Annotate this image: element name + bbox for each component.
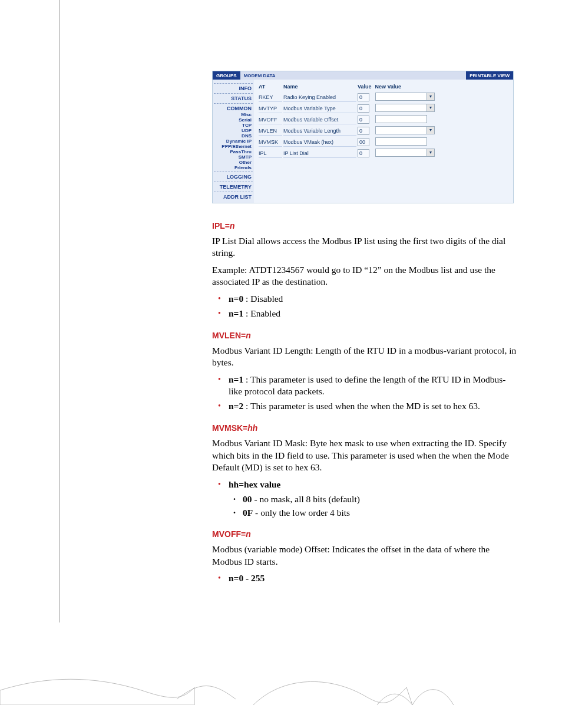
cell-value: 0 [358,149,374,158]
table-row: IPLIP List Dial0▾ [259,149,437,158]
nav-common-tcp[interactable]: TCP [214,123,253,128]
mvlen-item-1: n=2 : This parameter is used when the wh… [212,400,518,413]
mvoff-item-0: n=0 - 255 [212,572,518,585]
cell-newvalue[interactable]: ▾ [375,104,437,113]
nav-common-dns[interactable]: DNS [214,133,253,139]
newvalue-select[interactable] [375,93,427,101]
cell-at: MVLEN [259,126,282,136]
mvmsk-item-0: hh=hex value 00 - no mask, all 8 bits (d… [212,479,518,519]
nav-common-ppp[interactable]: PPP/Ethernet [214,144,253,149]
cell-newvalue[interactable]: ▾ [375,93,437,102]
chevron-down-icon[interactable]: ▾ [427,149,435,157]
modem-data-table: AT Name Value New Value RKEYRadio Keying… [257,82,438,160]
cell-newvalue[interactable] [375,115,437,124]
groups-tab[interactable]: GROUPS [213,71,240,80]
cell-value: 0 [358,93,374,102]
mvmsk-sub-0: 00 - no mask, all 8 bits (default) [229,493,518,506]
heading-mvlen: MVLEN=n [212,331,518,340]
newvalue-select[interactable] [375,149,427,157]
col-value: Value [358,84,374,91]
table-row: MVMSKModbus VMask (hex)00 [259,137,437,147]
cell-at: IPL [259,149,282,158]
cell-newvalue[interactable]: ▾ [375,126,437,136]
mvmsk-sub-1: 0F - only the low order 4 bits [229,507,518,519]
nav-common-other[interactable]: Other [214,160,253,165]
cell-name: Modbus Variable Type [283,104,356,113]
newvalue-input[interactable] [375,137,427,146]
chevron-down-icon[interactable]: ▾ [427,104,435,112]
cell-at: MVTYP [259,104,282,113]
heading-mvmsk: MVMSK=hh [212,423,518,433]
vertical-rule [59,0,59,622]
table-row: MVLENModbus Variable Length0▾ [259,126,437,136]
nav-info[interactable]: INFO [214,85,253,92]
nav-common-friends[interactable]: Friends [214,165,253,170]
cell-at: RKEY [259,93,282,102]
nav-addr-list[interactable]: ADDR LIST [214,193,253,200]
nav-status[interactable]: STATUS [214,95,253,102]
embedded-screenshot: GROUPS MODEM DATA PRINTABLE VIEW INFO ST… [212,71,514,203]
mvmsk-para-1: Modbus Variant ID Mask: Byte hex mask to… [212,437,518,473]
ipl-item-0: n=0 : Disabled [212,293,518,305]
nav-telemetry[interactable]: TELEMETRY [214,183,253,190]
cell-name: Modbus VMask (hex) [283,137,356,147]
cell-value: 0 [358,115,374,124]
screenshot-titlebar: GROUPS MODEM DATA PRINTABLE VIEW [213,71,513,80]
nav-common-passthru[interactable]: PassThru [214,149,253,154]
cell-value: 0 [358,104,374,113]
nav-common-udp[interactable]: UDP [214,128,253,133]
nav-common[interactable]: COMMON [214,105,253,112]
mvlen-item-0: n=1 : This parameter is used to define t… [212,374,518,398]
nav-common-dynamic-ip[interactable]: Dynamic IP [214,139,253,144]
nav-logging[interactable]: LOGGING [214,173,253,180]
table-row: MVTYPModbus Variable Type0▾ [259,104,437,113]
cell-newvalue[interactable] [375,137,437,147]
table-row: MVOFFModbus Variable Offset0 [259,115,437,124]
mvoff-para-1: Modbus (variable mode) Offset: Indicates… [212,543,518,568]
cell-newvalue[interactable]: ▾ [375,149,437,158]
col-newvalue: New Value [375,84,437,91]
col-at: AT [259,84,282,91]
screenshot-main: AT Name Value New Value RKEYRadio Keying… [254,80,513,203]
screenshot-sidebar: INFO STATUS COMMON Misc Serial TCP UDP D… [213,80,254,203]
chevron-down-icon[interactable]: ▾ [427,126,435,134]
ipl-para-1: IP List Dial allows access the Modbus IP… [212,235,518,259]
table-row: RKEYRadio Keying Enabled0▾ [259,93,437,102]
heading-ipl: IPL=n [212,221,518,230]
cell-name: Modbus Variable Length [283,126,356,136]
nav-common-misc[interactable]: Misc [214,112,253,117]
cell-name: IP List Dial [283,149,356,158]
ipl-para-2: Example: ATDT1234567 would go to ID “12”… [212,264,518,288]
printable-view-link[interactable]: PRINTABLE VIEW [466,71,513,80]
newvalue-input[interactable] [375,115,427,123]
nav-common-serial[interactable]: Serial [214,117,253,123]
newvalue-select[interactable] [375,126,427,134]
chevron-down-icon[interactable]: ▾ [427,93,435,101]
cell-name: Modbus Variable Offset [283,115,356,124]
cell-value: 0 [358,126,374,136]
nav-common-smtp[interactable]: SMTP [214,154,253,160]
cell-at: MVMSK [259,137,282,147]
cell-name: Radio Keying Enabled [283,93,356,102]
ipl-item-1: n=1 : Enabled [212,308,518,320]
mvlen-para-1: Modbus Variant ID Length: Length of the … [212,345,518,369]
cell-value: 00 [358,137,374,147]
heading-mvoff: MVOFF=n [212,529,518,539]
col-name: Name [283,84,356,91]
modem-data-title: MODEM DATA [240,71,466,80]
newvalue-select[interactable] [375,104,427,112]
cell-at: MVOFF [259,115,282,124]
footer-decoration [0,658,562,705]
